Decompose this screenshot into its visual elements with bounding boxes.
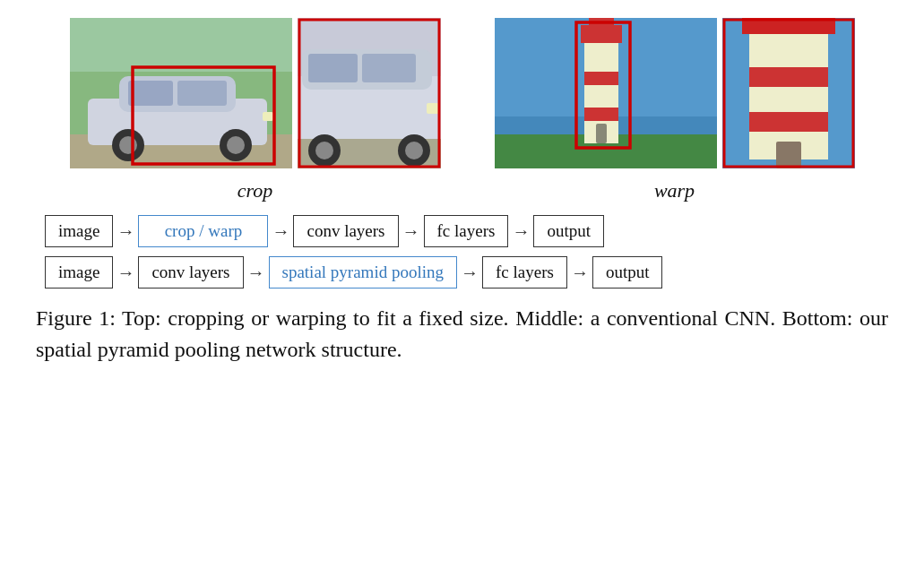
svg-rect-30 bbox=[584, 72, 618, 85]
flow-row-1: image → crop / warp → conv layers → fc l… bbox=[27, 215, 897, 247]
flow-box-output-2: output bbox=[592, 256, 663, 288]
svg-rect-34 bbox=[596, 124, 607, 143]
svg-point-20 bbox=[315, 142, 333, 159]
main-container: crop bbox=[0, 0, 924, 577]
flow-section: image → crop / warp → conv layers → fc l… bbox=[27, 215, 897, 288]
flow-arrow-4: → bbox=[512, 221, 530, 242]
car-full-svg bbox=[70, 18, 292, 168]
flow-box-output-1: output bbox=[533, 215, 604, 247]
warp-group: warp bbox=[495, 18, 855, 202]
flow-box-crop-warp: crop / warp bbox=[138, 215, 268, 247]
lighthouse-full-svg bbox=[495, 18, 717, 168]
flow-row-2: image → conv layers → spatial pyramid po… bbox=[27, 256, 897, 288]
svg-rect-38 bbox=[749, 67, 828, 87]
warp-image-pair bbox=[495, 18, 855, 172]
flow-arrow-7: → bbox=[461, 263, 479, 283]
images-row: crop bbox=[27, 18, 897, 202]
flow-box-conv-2: conv layers bbox=[138, 256, 243, 288]
car-cropped-image bbox=[298, 18, 441, 172]
figure-caption: Figure 1: Top: cropping or warping to fi… bbox=[27, 303, 897, 366]
svg-rect-17 bbox=[308, 54, 358, 82]
svg-rect-37 bbox=[749, 27, 828, 159]
svg-rect-32 bbox=[581, 25, 622, 43]
svg-point-8 bbox=[119, 136, 137, 154]
svg-rect-39 bbox=[749, 112, 828, 132]
flow-box-conv-1: conv layers bbox=[293, 215, 398, 247]
car-full-image bbox=[70, 18, 292, 172]
svg-rect-23 bbox=[427, 103, 439, 114]
car-cropped-svg bbox=[298, 18, 441, 168]
svg-rect-18 bbox=[362, 54, 416, 82]
flow-arrow-3: → bbox=[402, 221, 420, 242]
svg-rect-5 bbox=[128, 81, 173, 106]
lighthouse-cropped-image bbox=[722, 18, 855, 172]
flow-box-image-2: image bbox=[45, 256, 113, 288]
lighthouse-cropped-svg bbox=[722, 18, 855, 168]
flow-box-fc-2: fc layers bbox=[482, 256, 567, 288]
svg-rect-6 bbox=[177, 81, 227, 106]
lighthouse-full-image bbox=[495, 18, 717, 172]
flow-arrow-6: → bbox=[247, 263, 265, 283]
svg-point-22 bbox=[405, 142, 423, 159]
crop-image-pair bbox=[70, 18, 441, 172]
flow-arrow-5: → bbox=[117, 263, 134, 283]
flow-box-fc-1: fc layers bbox=[424, 215, 509, 247]
svg-rect-11 bbox=[263, 112, 273, 121]
svg-rect-41 bbox=[776, 142, 801, 168]
crop-group: crop bbox=[70, 18, 441, 202]
crop-label: crop bbox=[237, 179, 273, 202]
svg-point-10 bbox=[227, 136, 245, 154]
warp-label: warp bbox=[654, 179, 695, 202]
flow-arrow-1: → bbox=[117, 221, 134, 242]
flow-arrow-2: → bbox=[272, 221, 289, 242]
flow-box-spp: spatial pyramid pooling bbox=[269, 256, 457, 288]
flow-arrow-8: → bbox=[571, 263, 589, 283]
svg-rect-1 bbox=[70, 18, 292, 72]
svg-rect-31 bbox=[584, 108, 618, 121]
flow-box-image-1: image bbox=[45, 215, 113, 247]
